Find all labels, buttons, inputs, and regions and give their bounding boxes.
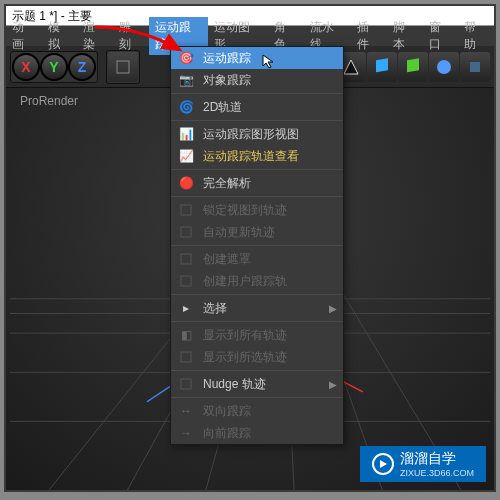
cube-green-icon[interactable]: [398, 52, 428, 82]
axis-y-button[interactable]: Y: [40, 53, 68, 81]
cube-blue-icon[interactable]: [367, 52, 397, 82]
menu-item-label: 运动跟踪: [203, 50, 251, 67]
menu-simulate[interactable]: 模拟: [42, 17, 78, 55]
play-icon: [372, 453, 394, 475]
menu-item-icon: [177, 375, 195, 393]
menu-item-label: 对象跟踪: [203, 72, 251, 89]
menu-item-1[interactable]: 📷对象跟踪: [171, 69, 343, 91]
menu-item-icon: [177, 348, 195, 366]
menu-item-19: 显示到所选轨迹: [171, 346, 343, 368]
svg-point-3: [437, 60, 451, 74]
axis-x-button[interactable]: X: [12, 53, 40, 81]
menu-item-21[interactable]: Nudge 轨迹▶: [171, 373, 343, 395]
menu-item-label: 显示到所有轨迹: [203, 327, 287, 344]
menu-item-icon: [177, 223, 195, 241]
menu-item-label: 双向跟踪: [203, 403, 251, 420]
menu-item-label: 自动更新轨迹: [203, 224, 275, 241]
menu-item-label: 2D轨道: [203, 99, 242, 116]
menu-item-0[interactable]: 🎯运动跟踪: [171, 47, 343, 69]
menu-item-icon: 📊: [177, 125, 195, 143]
motion-tracking-menu: 🎯运动跟踪📷对象跟踪🌀2D轨道📊运动跟踪图形视图📈运动跟踪轨道查看🔴完全解析锁定…: [170, 46, 344, 445]
menu-item-label: 运动跟踪轨道查看: [203, 148, 299, 165]
svg-rect-0: [117, 61, 129, 73]
menu-item-5[interactable]: 📊运动跟踪图形视图: [171, 123, 343, 145]
menu-animation[interactable]: 动画: [6, 17, 42, 55]
menu-separator: [171, 93, 343, 94]
menu-help[interactable]: 帮助: [458, 17, 494, 55]
watermark-url: ZIXUE.3D66.COM: [400, 468, 474, 478]
menu-item-23: ↔双向跟踪: [171, 400, 343, 422]
menu-separator: [171, 370, 343, 371]
svg-rect-18: [181, 254, 191, 264]
misc-tool-icon[interactable]: [460, 52, 490, 82]
submenu-arrow-icon: ▶: [329, 303, 337, 314]
menu-item-icon: 📈: [177, 147, 195, 165]
annotation-arrow: [90, 22, 190, 62]
menu-item-label: 向前跟踪: [203, 425, 251, 442]
menubar: 动画 模拟 渲染 雕刻 运动跟踪 运动图形 角色 流水线 插件 脚本 窗口 帮助: [6, 26, 494, 46]
menu-item-3[interactable]: 🌀2D轨道: [171, 96, 343, 118]
menu-item-16[interactable]: ▸选择▶: [171, 297, 343, 319]
menu-item-icon: ◧: [177, 326, 195, 344]
menu-item-label: 创建遮罩: [203, 251, 251, 268]
menu-item-icon: →: [177, 424, 195, 442]
menu-item-icon: 🔴: [177, 174, 195, 192]
menu-item-18: ◧显示到所有轨迹: [171, 324, 343, 346]
svg-rect-4: [470, 62, 480, 72]
svg-rect-2: [407, 58, 419, 72]
cursor-icon: [262, 54, 278, 74]
menu-item-icon: 🌀: [177, 98, 195, 116]
menu-item-label: Nudge 轨迹: [203, 376, 266, 393]
menu-item-11: 自动更新轨迹: [171, 221, 343, 243]
menu-item-10: 锁定视图到轨迹: [171, 199, 343, 221]
menu-window[interactable]: 窗口: [423, 17, 459, 55]
menu-separator: [171, 169, 343, 170]
svg-rect-21: [181, 379, 191, 389]
menu-separator: [171, 196, 343, 197]
menu-item-label: 选择: [203, 300, 227, 317]
menu-item-icon: ▸: [177, 299, 195, 317]
menu-separator: [171, 294, 343, 295]
menu-item-icon: ↔: [177, 402, 195, 420]
submenu-arrow-icon: ▶: [329, 379, 337, 390]
svg-rect-19: [181, 276, 191, 286]
menu-item-icon: [177, 250, 195, 268]
menu-item-6[interactable]: 📈运动跟踪轨道查看: [171, 145, 343, 167]
watermark: 溜溜自学 ZIXUE.3D66.COM: [360, 446, 486, 482]
sphere-icon[interactable]: [429, 52, 459, 82]
menu-item-label: 创建用户跟踪轨: [203, 273, 287, 290]
menu-item-label: 运动跟踪图形视图: [203, 126, 299, 143]
menu-item-label: 显示到所选轨迹: [203, 349, 287, 366]
menu-item-icon: [177, 272, 195, 290]
menu-item-8[interactable]: 🔴完全解析: [171, 172, 343, 194]
renderer-label: ProRender: [20, 94, 78, 108]
watermark-brand: 溜溜自学: [400, 450, 456, 466]
menu-item-24: →向前跟踪: [171, 422, 343, 444]
menu-item-14: 创建用户跟踪轨: [171, 270, 343, 292]
menu-item-icon: [177, 201, 195, 219]
menu-separator: [171, 245, 343, 246]
menu-separator: [171, 321, 343, 322]
svg-rect-1: [376, 58, 388, 72]
menu-separator: [171, 120, 343, 121]
svg-rect-16: [181, 205, 191, 215]
menu-item-label: 完全解析: [203, 175, 251, 192]
menu-item-label: 锁定视图到轨迹: [203, 202, 287, 219]
menu-item-13: 创建遮罩: [171, 248, 343, 270]
menu-separator: [171, 397, 343, 398]
menu-script[interactable]: 脚本: [387, 17, 423, 55]
menu-item-icon: 📷: [177, 71, 195, 89]
menu-plugins[interactable]: 插件: [351, 17, 387, 55]
svg-rect-17: [181, 227, 191, 237]
svg-rect-20: [181, 352, 191, 362]
